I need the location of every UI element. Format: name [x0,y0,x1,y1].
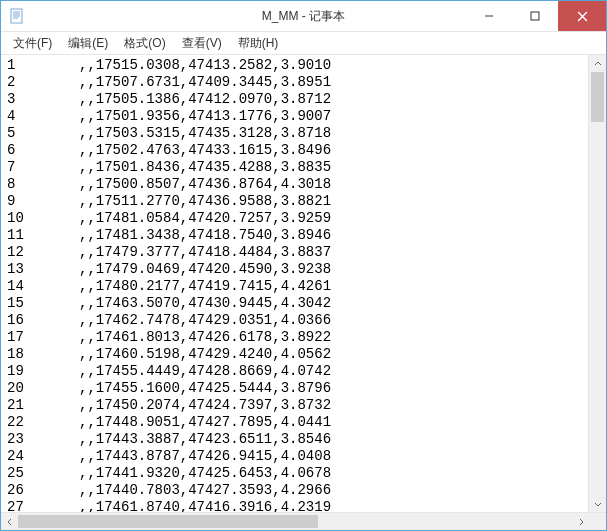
content-area: 1,,17515.0308,47413.2582,3.90102,,17507.… [1,55,606,512]
text-editor[interactable]: 1,,17515.0308,47413.2582,3.90102,,17507.… [1,55,588,512]
text-line: 6,,17502.4763,47433.1615,3.8496 [7,142,588,159]
window-controls [466,1,606,31]
menu-help[interactable]: 帮助(H) [232,33,285,54]
hscroll-track[interactable] [18,513,572,530]
text-line: 18,,17460.5198,47429.4240,4.0562 [7,346,588,363]
text-line: 5,,17503.5315,47435.3128,3.8718 [7,125,588,142]
text-line: 26,,17440.7803,47427.3593,4.2966 [7,482,588,499]
vertical-scrollbar[interactable] [588,55,606,512]
text-line: 4,,17501.9356,47413.1776,3.9007 [7,108,588,125]
titlebar[interactable]: M_MM - 记事本 [1,1,606,32]
horizontal-scrollbar[interactable] [1,512,606,530]
app-icon [9,8,25,24]
text-line: 2,,17507.6731,47409.3445,3.8951 [7,74,588,91]
menu-file[interactable]: 文件(F) [7,33,58,54]
text-line: 13,,17479.0469,47420.4590,3.9238 [7,261,588,278]
scroll-up-icon[interactable] [589,55,606,72]
text-line: 12,,17479.3777,47418.4484,3.8837 [7,244,588,261]
text-line: 27,,17461.8740,47416.3916,4.2319 [7,499,588,512]
text-line: 10,,17481.0584,47420.7257,3.9259 [7,210,588,227]
vscroll-track[interactable] [589,72,606,495]
scroll-corner [589,513,606,530]
text-line: 17,,17461.8013,47426.6178,3.8922 [7,329,588,346]
scroll-down-icon[interactable] [589,495,606,512]
menu-view[interactable]: 查看(V) [176,33,228,54]
text-line: 14,,17480.2177,47419.7415,4.4261 [7,278,588,295]
close-button[interactable] [558,1,606,31]
menu-format[interactable]: 格式(O) [118,33,171,54]
hscroll-thumb[interactable] [18,515,318,528]
text-line: 1,,17515.0308,47413.2582,3.9010 [7,57,588,74]
text-line: 22,,17448.9051,47427.7895,4.0441 [7,414,588,431]
scroll-right-icon[interactable] [572,513,589,530]
text-line: 20,,17455.1600,47425.5444,3.8796 [7,380,588,397]
notepad-window: M_MM - 记事本 文件(F) 编辑(E) 格式(O) 查看(V) 帮助(H)… [0,0,607,531]
text-line: 16,,17462.7478,47429.0351,4.0366 [7,312,588,329]
text-line: 21,,17450.2074,47424.7397,3.8732 [7,397,588,414]
svg-rect-6 [531,12,539,20]
text-line: 7,,17501.8436,47435.4288,3.8835 [7,159,588,176]
scroll-left-icon[interactable] [1,513,18,530]
menu-edit[interactable]: 编辑(E) [62,33,114,54]
text-line: 9,,17511.2770,47436.9588,3.8821 [7,193,588,210]
text-line: 19,,17455.4449,47428.8669,4.0742 [7,363,588,380]
text-line: 8,,17500.8507,47436.8764,4.3018 [7,176,588,193]
text-line: 3,,17505.1386,47412.0970,3.8712 [7,91,588,108]
maximize-button[interactable] [512,1,558,31]
text-line: 24,,17443.8787,47426.9415,4.0408 [7,448,588,465]
text-line: 11,,17481.3438,47418.7540,3.8946 [7,227,588,244]
vscroll-thumb[interactable] [591,72,604,122]
menubar: 文件(F) 编辑(E) 格式(O) 查看(V) 帮助(H) [1,32,606,55]
minimize-button[interactable] [466,1,512,31]
text-line: 23,,17443.3887,47423.6511,3.8546 [7,431,588,448]
text-line: 15,,17463.5070,47430.9445,4.3042 [7,295,588,312]
text-line: 25,,17441.9320,47425.6453,4.0678 [7,465,588,482]
